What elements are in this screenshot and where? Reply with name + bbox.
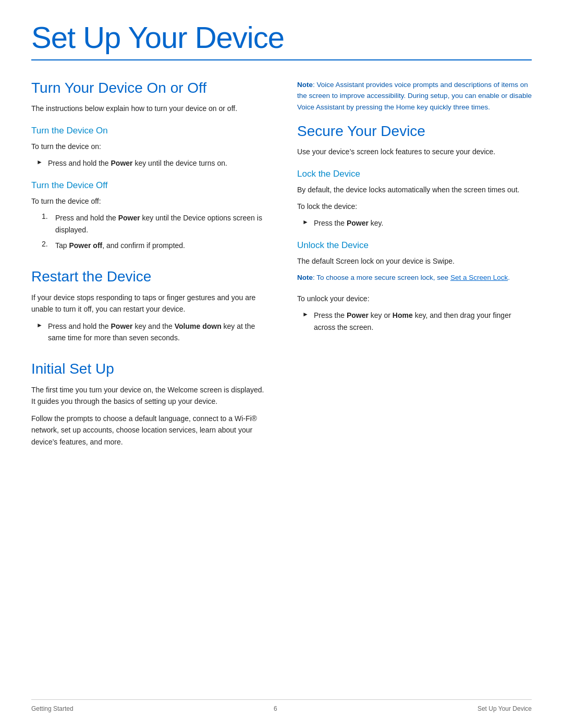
left-column: Turn Your Device On or Off The instructi… [31,79,266,464]
lock-bullet-text: Press the Power key. [314,217,384,229]
section-initial-setup: Initial Set Up The first time you turn y… [31,360,266,448]
screen-lock-link[interactable]: Set a Screen Lock [450,274,508,281]
section-title-restart: Restart the Device [31,268,266,286]
turn-off-numbered-list: 1. Press and hold the Power key until th… [42,212,266,251]
lock-bullet-1: ► Press the Power key. [302,217,532,229]
section-title-turn-on-off: Turn Your Device On or Off [31,79,266,97]
footer-right: Set Up Your Device [478,705,532,712]
screen-lock-note: Note: To choose a more secure screen loc… [297,272,532,283]
unlock-bullet-text: Press the Power key or Home key, and the… [314,310,532,333]
title-divider [31,59,532,60]
section-turn-on-off: Turn Your Device On or Off The instructi… [31,79,266,252]
screen-lock-note-label: Note [297,274,313,281]
initial-setup-para2: Follow the prompts to choose a default l… [31,413,266,448]
turn-on-bullet-1: ► Press and hold the Power key until the… [36,157,266,169]
bullet-arrow-unlock-icon: ► [302,311,309,318]
bullet-arrow-lock-icon: ► [302,218,309,226]
subsection-title-turn-on: Turn the Device On [31,125,266,137]
voice-assistant-note: Note: Voice Assistant provides voice pro… [297,79,532,113]
step-number-1: 1. [42,212,51,220]
restart-bullet-1: ► Press and hold the Power key and the V… [36,320,266,344]
section-secure: Secure Your Device Use your device’s scr… [297,122,532,334]
turn-on-off-intro: The instructions below explain how to tu… [31,103,266,114]
initial-setup-para1: The first time you turn your device on, … [31,384,266,408]
lock-para: By default, the device locks automatical… [297,184,532,195]
footer-left: Getting Started [31,705,74,712]
step-number-2: 2. [42,240,51,248]
right-column: Note: Voice Assistant provides voice pro… [297,79,532,464]
note-text: : Voice Assistant provides voice prompts… [297,81,532,111]
turn-off-step-2: 2. Tap Power off, and confirm if prompte… [42,240,266,251]
turn-off-intro: To turn the device off: [31,195,266,207]
screen-lock-note-text: : To choose a more secure screen lock, s… [313,274,450,281]
note-label: Note [297,81,313,89]
subsection-title-lock: Lock the Device [297,168,532,180]
restart-bullet-text: Press and hold the Power key and the Vol… [48,320,266,344]
unlock-sub-intro: To unlock your device: [297,293,532,304]
subsection-title-unlock: Unlock the Device [297,240,532,251]
secure-intro: Use your device’s screen lock features t… [297,146,532,157]
lock-sub-intro: To lock the device: [297,201,532,212]
bullet-arrow-restart-icon: ► [36,322,43,329]
section-title-secure: Secure Your Device [297,122,532,140]
screen-lock-note-end: . [508,274,510,281]
turn-on-intro: To turn the device on: [31,141,266,152]
turn-on-bullet-text: Press and hold the Power key until the d… [48,157,227,169]
turn-off-step-1-text: Press and hold the Power key until the D… [55,212,266,236]
bullet-arrow-icon: ► [36,158,43,166]
unlock-para: The default Screen lock on your device i… [297,255,532,267]
turn-off-step-2-text: Tap Power off, and confirm if prompted. [55,240,185,251]
restart-intro: If your device stops responding to taps … [31,292,266,315]
page-title: Set Up Your Device [31,21,532,54]
footer-page-number: 6 [274,705,277,712]
two-column-layout: Turn Your Device On or Off The instructi… [31,79,532,464]
section-restart: Restart the Device If your device stops … [31,268,266,343]
subsection-title-turn-off: Turn the Device Off [31,180,266,191]
section-title-initial-setup: Initial Set Up [31,360,266,378]
page-wrapper: Set Up Your Device Turn Your Device On o… [0,0,563,728]
unlock-bullet-1: ► Press the Power key or Home key, and t… [302,310,532,333]
turn-off-step-1: 1. Press and hold the Power key until th… [42,212,266,236]
page-footer: Getting Started 6 Set Up Your Device [31,699,532,712]
